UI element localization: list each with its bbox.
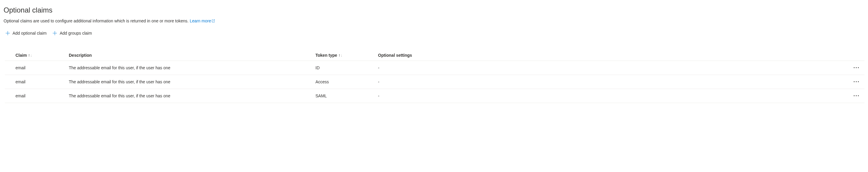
cell-description: The addressable email for this user, if … <box>69 79 315 84</box>
cell-description: The addressable email for this user, if … <box>69 94 315 98</box>
plus-icon <box>5 31 10 35</box>
cell-optional-settings: - <box>378 79 440 84</box>
row-more-button[interactable]: ··· <box>851 92 862 100</box>
table-header: Claim ↑↓ Description Token type ↑↓ Optio… <box>5 50 864 61</box>
add-optional-claim-button[interactable]: Add optional claim <box>5 29 47 37</box>
more-icon: ··· <box>854 79 860 85</box>
page-title: Optional claims <box>4 6 864 14</box>
row-more-button[interactable]: ··· <box>851 64 862 72</box>
cell-description: The addressable email for this user, if … <box>69 66 315 70</box>
column-header-description[interactable]: Description <box>69 53 315 58</box>
column-header-description-label: Description <box>69 53 92 58</box>
cell-token-type: SAML <box>315 94 378 98</box>
more-icon: ··· <box>854 93 860 99</box>
sort-icon: ↑↓ <box>338 53 343 58</box>
cell-optional-settings: - <box>378 94 440 98</box>
cell-claim: email <box>5 94 69 98</box>
cell-claim: email <box>5 66 69 70</box>
actions-row: Add optional claim Add groups claim <box>4 29 864 37</box>
description-text: Optional claims are used to configure ad… <box>4 19 190 23</box>
cell-optional-settings: - <box>378 66 440 70</box>
column-header-token-type[interactable]: Token type ↑↓ <box>315 53 378 58</box>
column-header-token-type-label: Token type <box>315 53 337 58</box>
plus-icon <box>53 31 57 35</box>
claims-table: Claim ↑↓ Description Token type ↑↓ Optio… <box>4 50 864 103</box>
column-header-optional-settings-label: Optional settings <box>378 53 412 58</box>
table-row[interactable]: email The addressable email for this use… <box>5 75 864 89</box>
row-more-button[interactable]: ··· <box>851 78 862 86</box>
add-groups-claim-button[interactable]: Add groups claim <box>52 29 92 37</box>
add-optional-claim-label: Add optional claim <box>12 31 46 35</box>
add-groups-claim-label: Add groups claim <box>60 31 92 35</box>
table-row[interactable]: email The addressable email for this use… <box>5 61 864 75</box>
cell-claim: email <box>5 79 69 84</box>
sort-icon: ↑↓ <box>28 53 32 58</box>
cell-token-type: Access <box>315 79 378 84</box>
cell-token-type: ID <box>315 66 378 70</box>
learn-more-label: Learn more <box>190 19 211 23</box>
more-icon: ··· <box>854 65 860 71</box>
column-header-claim-label: Claim <box>16 53 27 58</box>
column-header-claim[interactable]: Claim ↑↓ <box>5 53 69 58</box>
column-header-optional-settings[interactable]: Optional settings <box>378 53 440 58</box>
table-row[interactable]: email The addressable email for this use… <box>5 89 864 103</box>
page-description: Optional claims are used to configure ad… <box>4 19 864 24</box>
learn-more-link[interactable]: Learn more <box>190 19 215 23</box>
external-link-icon <box>212 19 215 24</box>
